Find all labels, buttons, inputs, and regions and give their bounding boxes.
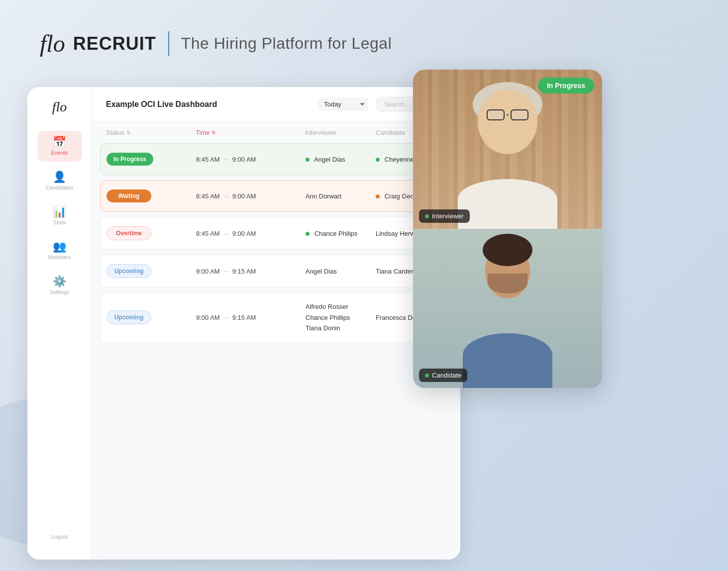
candidates-icon: 👤 xyxy=(53,172,66,183)
col-header-interviewer: Interviewer xyxy=(305,129,376,136)
sidebar-item-stats[interactable]: 📊 Stats xyxy=(37,200,82,231)
table-row[interactable]: Upcoming 9:00 AM → 9:15 AM Alfredo Rosse… xyxy=(100,292,452,343)
main-content: Example OCI Live Dashboard Today Yesterd… xyxy=(92,87,460,560)
sidebar-item-settings-label: Settings xyxy=(50,289,70,295)
interviewer-label: Interviewer xyxy=(419,209,470,223)
table-row[interactable]: Waiting 8:45 AM → 9:00 AM Ann Dorwart Cr… xyxy=(100,180,452,212)
status-cell-1: In Progress xyxy=(106,153,196,166)
sidebar-logo: flo xyxy=(52,99,67,115)
status-badge: Upcoming xyxy=(106,310,151,324)
time-cell-3: 8:45 AM → 9:00 AM xyxy=(196,230,306,237)
events-icon: 📅 xyxy=(53,137,66,148)
candidate-label: Candidate xyxy=(419,369,467,382)
sidebar-item-members[interactable]: 👥 Members xyxy=(37,235,82,266)
status-badge: Waiting xyxy=(106,190,151,202)
interviewer-cell-4: Angel Dias xyxy=(306,268,376,275)
interviewer-cell-5: Alfredo Rosser Chance Phillips Tiana Don… xyxy=(306,302,376,333)
video-card: In Progress Interviewer Candidate xyxy=(413,70,602,388)
settings-icon: ⚙️ xyxy=(53,276,66,287)
status-cell-4: Upcoming xyxy=(106,264,196,278)
status-cell-2: Waiting xyxy=(106,190,196,202)
table-rows: In Progress 8:45 AM → 9:00 AM Angel Dias… xyxy=(92,143,460,560)
video-panel-candidate: Candidate xyxy=(413,229,602,388)
candidate-beard xyxy=(488,274,527,293)
arrow-icon: → xyxy=(223,192,229,200)
status-cell-5: Upcoming xyxy=(106,310,196,324)
sidebar-item-candidates[interactable]: 👤 Candidates xyxy=(37,166,82,196)
col-header-status: Status ⇅ xyxy=(106,129,196,136)
table-row[interactable]: Overtime 8:45 AM → 9:00 AM Chance Philip… xyxy=(100,217,452,250)
sidebar-item-events[interactable]: 📅 Events xyxy=(37,131,82,162)
brand-logo: flo xyxy=(40,30,65,57)
interviewer-dot xyxy=(425,214,429,218)
time-cell-5: 9:00 AM → 9:15 AM xyxy=(196,314,306,321)
app-card: flo 📅 Events 👤 Candidates 📊 Stats 👥 Memb… xyxy=(27,87,460,560)
time-cell-4: 9:00 AM → 9:15 AM xyxy=(196,268,306,275)
arrow-icon: → xyxy=(223,156,229,163)
sidebar-item-candidates-label: Candidates xyxy=(46,185,74,190)
brand-tagline: The Hiring Platform for Legal xyxy=(181,34,392,53)
sidebar-item-events-label: Events xyxy=(51,150,68,156)
interviewer-face xyxy=(478,90,537,154)
status-badge: Upcoming xyxy=(106,264,151,278)
header: flo RECRUIT The Hiring Platform for Lega… xyxy=(40,30,392,57)
video-panel-interviewer: In Progress Interviewer xyxy=(413,70,602,229)
header-divider xyxy=(168,31,169,56)
sort-status-icon[interactable]: ⇅ xyxy=(126,130,130,135)
sidebar: flo 📅 Events 👤 Candidates 📊 Stats 👥 Memb… xyxy=(27,87,92,560)
candidate-dot xyxy=(425,374,429,378)
candidate-hair xyxy=(483,234,532,266)
table-row[interactable]: In Progress 8:45 AM → 9:00 AM Angel Dias… xyxy=(100,143,452,175)
interviewer-body xyxy=(458,179,557,229)
members-icon: 👥 xyxy=(53,241,66,252)
col-header-time: Time ⇅ xyxy=(196,129,305,136)
interviewer-glasses xyxy=(487,109,528,120)
brand-product: RECRUIT xyxy=(73,33,156,54)
logout-button[interactable]: Logout xyxy=(51,534,68,548)
online-dot xyxy=(306,232,310,236)
arrow-icon: → xyxy=(223,268,229,275)
candidate-body xyxy=(463,333,552,388)
candidate-dot xyxy=(376,158,380,162)
interviewer-cell-1: Angel Dias xyxy=(306,156,376,163)
arrow-icon: → xyxy=(223,230,229,237)
arrow-icon: → xyxy=(223,314,229,321)
in-progress-badge: In Progress xyxy=(538,78,594,94)
status-cell-3: Overtime xyxy=(106,226,196,240)
sort-time-icon[interactable]: ⇅ xyxy=(211,130,215,135)
sidebar-item-members-label: Members xyxy=(48,254,71,260)
online-dot xyxy=(306,158,310,162)
topbar: Example OCI Live Dashboard Today Yesterd… xyxy=(92,87,460,122)
sidebar-item-stats-label: Stats xyxy=(53,219,66,225)
table-header: Status ⇅ Time ⇅ Interviewer Candidate xyxy=(92,122,460,143)
sidebar-item-settings[interactable]: ⚙️ Settings xyxy=(37,270,82,301)
status-badge: Overtime xyxy=(106,226,151,240)
date-filter-dropdown[interactable]: Today Yesterday This Week xyxy=(318,97,369,111)
candidate-dot xyxy=(376,194,380,198)
time-cell-2: 8:45 AM → 9:00 AM xyxy=(196,192,306,200)
interviewer-cell-3: Chance Philips xyxy=(306,230,376,237)
stats-icon: 📊 xyxy=(53,206,66,217)
time-cell-1: 8:45 AM → 9:00 AM xyxy=(196,156,306,163)
status-badge: In Progress xyxy=(106,153,153,166)
dashboard-title: Example OCI Live Dashboard xyxy=(106,100,310,109)
interviewer-cell-2: Ann Dorwart xyxy=(306,192,376,200)
table-row[interactable]: Upcoming 9:00 AM → 9:15 AM Angel Dias Ti… xyxy=(100,255,452,287)
